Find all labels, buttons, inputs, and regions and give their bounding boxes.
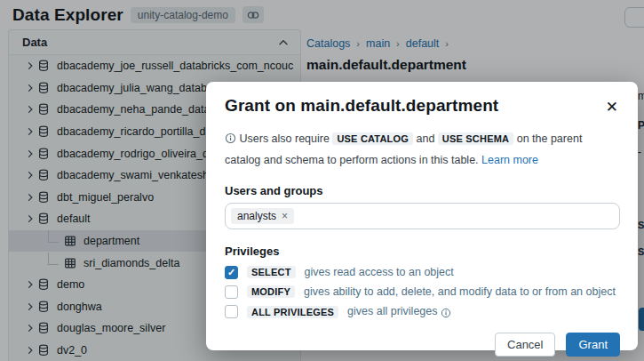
close-icon[interactable]: ✕ (604, 96, 620, 118)
privilege-description: gives read access to an object (305, 266, 454, 278)
privilege-description-text: gives all privileges (347, 305, 437, 317)
info-icon (441, 307, 451, 319)
select-checkbox[interactable]: ✓ (225, 266, 238, 279)
dialog-info-note: Users also require USE CATALOG and USE S… (225, 130, 620, 171)
privilege-description: gives ability to add, delete, and modify… (304, 285, 616, 298)
learn-more-link[interactable]: Learn more (481, 154, 538, 166)
privileges-label: Privileges (225, 245, 620, 258)
select-badge: SELECT (247, 266, 296, 278)
dialog-title: Grant on main.default.department (225, 96, 498, 116)
users-groups-input[interactable]: analysts × (225, 203, 620, 229)
data-explorer-window: Data Explorer unity-catalog-demo Data db… (0, 0, 644, 361)
info-text: and (417, 132, 435, 145)
privilege-row-select: ✓ SELECT gives read access to an object (225, 266, 620, 279)
user-chip-analysts: analysts × (231, 208, 294, 224)
privilege-description: gives all privileges (347, 305, 451, 319)
use-catalog-badge: USE CATALOG (332, 132, 413, 145)
all-privileges-checkbox[interactable] (225, 305, 238, 318)
privilege-row-all-privileges: ALL PRIVILEGES gives all privileges (225, 305, 620, 319)
dialog-header: Grant on main.default.department ✕ (225, 96, 620, 118)
grant-dialog: Grant on main.default.department ✕ Users… (206, 82, 638, 350)
users-groups-label: Users and groups (225, 184, 620, 197)
chip-label: analysts (237, 210, 276, 222)
cancel-button[interactable]: Cancel (495, 333, 555, 357)
dialog-footer: Cancel Grant (225, 333, 620, 357)
chip-remove-icon[interactable]: × (282, 210, 288, 222)
modify-badge: MODIFY (247, 285, 295, 298)
all-privileges-badge: ALL PRIVILEGES (247, 306, 338, 318)
privilege-row-modify: MODIFY gives ability to add, delete, and… (225, 285, 620, 299)
privileges-list: ✓ SELECT gives read access to an object … (225, 266, 620, 319)
info-text: Users also require (239, 132, 329, 145)
grant-button[interactable]: Grant (566, 333, 620, 357)
modify-checkbox[interactable] (225, 285, 238, 299)
info-icon (225, 132, 236, 151)
use-schema-badge: USE SCHEMA (438, 132, 513, 145)
